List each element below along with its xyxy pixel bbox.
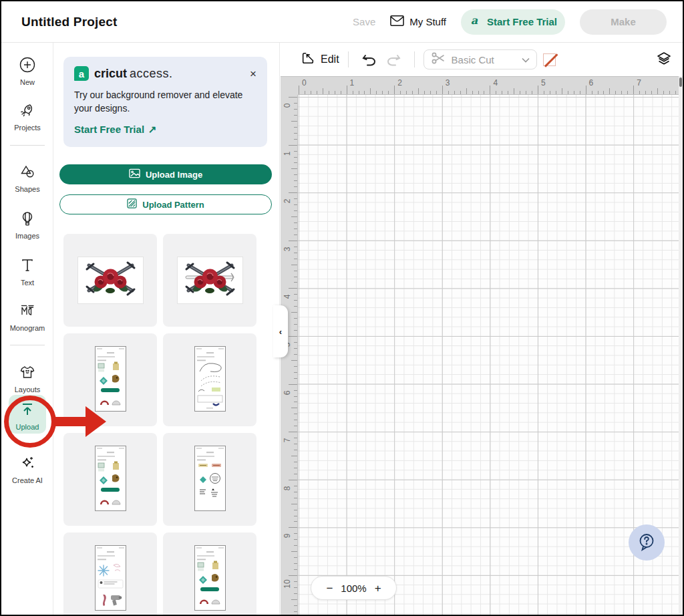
- v-ruler-tick: [294, 533, 297, 534]
- promo-start-free-trial-link[interactable]: Start Free Trial ↗: [74, 124, 157, 136]
- undo-icon[interactable]: [357, 53, 381, 66]
- v-ruler-tick: [294, 498, 297, 498]
- promo-body-text: Try our background remover and elevate y…: [74, 88, 263, 116]
- start-free-trial-button[interactable]: a Start Free Trial: [461, 9, 565, 35]
- uploaded-image-rose-saber[interactable]: [163, 234, 256, 327]
- v-ruler-tick: [291, 312, 297, 313]
- v-ruler-tick: [294, 450, 297, 450]
- close-icon[interactable]: ×: [250, 68, 256, 80]
- v-ruler-tick: [294, 581, 297, 582]
- uploaded-image-app-screenshot[interactable]: [163, 532, 256, 615]
- v-ruler-tick: [294, 103, 297, 104]
- uploaded-image-app-screenshot[interactable]: [63, 433, 157, 526]
- h-ruler-tick: [335, 91, 335, 94]
- h-ruler-tick: [627, 91, 628, 94]
- project-title: Untitled Project: [21, 15, 118, 29]
- v-ruler-tick: [294, 324, 297, 325]
- sidebar-item-upload[interactable]: Upload: [1, 401, 53, 431]
- cricut-access-promo-card: a cricut access. × Try our background re…: [63, 57, 267, 147]
- sidebar-item-label: Shapes: [1, 185, 53, 193]
- sidebar-item-monogram[interactable]: Monogram: [1, 302, 53, 332]
- canvas-grid[interactable]: [298, 95, 683, 615]
- h-ruler-tick: [592, 91, 592, 94]
- v-ruler-tick: [294, 492, 297, 492]
- v-ruler-tick: [291, 121, 297, 122]
- v-ruler-tick: [294, 516, 297, 516]
- thumbnail-artwork: [178, 257, 242, 303]
- uploaded-image-app-screenshot[interactable]: [163, 433, 256, 526]
- make-button[interactable]: Make: [580, 9, 667, 35]
- v-ruler-tick: [294, 593, 297, 594]
- v-ruler-number: 4: [283, 291, 292, 302]
- v-ruler-tick: [294, 510, 297, 510]
- h-ruler-number: 0: [302, 78, 307, 88]
- operation-type-dropdown[interactable]: Basic Cut: [423, 49, 537, 69]
- h-ruler-tick: [406, 91, 407, 94]
- promo-brand-cricut: cricut: [94, 67, 127, 81]
- uploaded-image-rose-daggers[interactable]: [63, 234, 157, 327]
- v-ruler-tick: [289, 288, 297, 289]
- h-ruler-tick: [394, 86, 395, 94]
- thumbnail-artwork: [95, 545, 126, 613]
- help-button[interactable]: [629, 524, 665, 561]
- image-icon: [129, 168, 140, 180]
- h-ruler-tick: [430, 91, 431, 94]
- sidebar-item-images[interactable]: Images: [1, 210, 53, 240]
- my-stuff-button[interactable]: My Stuff: [390, 15, 446, 29]
- layers-icon[interactable]: [656, 51, 672, 69]
- redo-icon[interactable]: [381, 53, 405, 66]
- panel-collapse-handle[interactable]: ‹: [273, 305, 288, 357]
- v-ruler-tick: [294, 271, 297, 271]
- v-ruler-tick: [294, 569, 297, 570]
- color-swatch-empty[interactable]: [543, 53, 556, 66]
- zoom-in-button[interactable]: +: [375, 583, 381, 594]
- save-button[interactable]: Save: [353, 16, 375, 27]
- v-ruler-tick: [294, 259, 297, 259]
- h-ruler-tick: [580, 91, 580, 94]
- sidebar-item-shapes[interactable]: Shapes: [1, 163, 53, 193]
- scrollbar-thumb[interactable]: [679, 78, 682, 87]
- uploaded-image-app-screenshot[interactable]: [63, 532, 157, 615]
- svg-text:a: a: [471, 15, 478, 27]
- sidebar-item-label: Text: [1, 279, 53, 287]
- h-ruler-tick: [424, 91, 425, 94]
- v-ruler-tick: [294, 468, 297, 468]
- v-ruler-tick: [294, 139, 297, 140]
- h-ruler-tick: [436, 91, 437, 94]
- uploaded-image-app-screenshot[interactable]: [63, 333, 157, 426]
- h-ruler-number: 7: [637, 78, 641, 88]
- v-ruler-tick: [294, 348, 297, 349]
- sidebar-item-new[interactable]: New: [1, 56, 53, 86]
- h-ruler-tick: [538, 86, 538, 94]
- v-ruler-tick: [294, 198, 297, 199]
- v-ruler-tick: [291, 551, 297, 552]
- scissors-icon: [431, 51, 446, 67]
- h-ruler-tick: [502, 91, 502, 94]
- zoom-out-button[interactable]: −: [326, 583, 333, 594]
- v-ruler-tick: [294, 210, 297, 211]
- v-ruler-tick: [294, 157, 297, 158]
- uploaded-image-app-screenshot[interactable]: [163, 333, 256, 426]
- upload-image-button[interactable]: Upload Image: [59, 164, 272, 184]
- top-bar: Untitled Project Save My Stuff a Start F…: [1, 1, 683, 43]
- sidebar-item-create-ai[interactable]: Create AI: [1, 454, 53, 484]
- v-ruler-tick: [289, 432, 297, 432]
- h-ruler-tick: [317, 91, 317, 94]
- v-ruler-tick: [294, 563, 297, 564]
- h-ruler-tick: [376, 91, 377, 94]
- sidebar-item-projects[interactable]: Projects: [1, 102, 53, 132]
- sidebar-item-layouts[interactable]: Layouts: [1, 363, 53, 394]
- sidebar-item-text[interactable]: Text: [1, 257, 53, 287]
- v-ruler-tick: [294, 396, 297, 397]
- h-ruler-tick: [412, 91, 413, 94]
- h-ruler-tick: [633, 86, 634, 94]
- start-free-trial-label: Start Free Trial: [487, 16, 557, 27]
- upload-pattern-label: Upload Pattern: [142, 200, 204, 210]
- upload-pattern-button[interactable]: Upload Pattern: [59, 194, 272, 214]
- canvas-scrollbar[interactable]: [679, 76, 683, 615]
- h-ruler-tick: [454, 91, 455, 94]
- v-ruler-tick: [294, 474, 297, 474]
- edit-button[interactable]: Edit: [301, 51, 339, 68]
- v-ruler-tick: [294, 235, 297, 235]
- h-ruler-tick: [329, 91, 329, 94]
